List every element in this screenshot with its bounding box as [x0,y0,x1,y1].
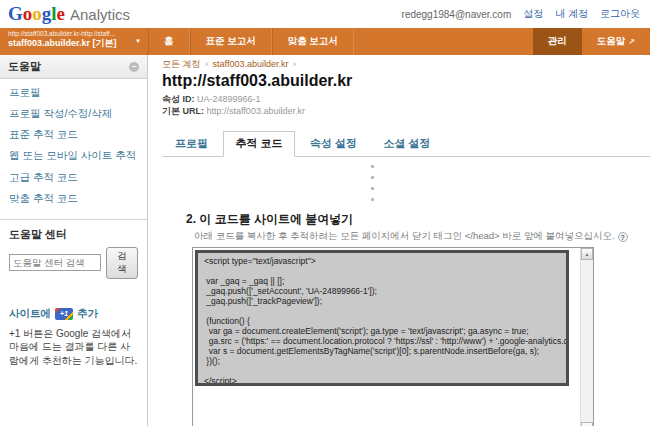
content-ellipsis [371,165,650,211]
google-analytics-page: Google Analytics redegg1984@naver.com 설정… [0,0,650,426]
my-account-link[interactable]: 내 계정 [555,7,588,21]
help-icon[interactable]: ? [618,232,628,242]
logo-letter: o [23,3,33,24]
breadcrumb-separator: › [205,59,208,69]
ellipsis-dot [371,176,374,179]
breadcrumb-account[interactable]: staff003.abuilder.kr [213,59,289,69]
settings-link[interactable]: 설정 [523,7,543,21]
tab-social-settings[interactable]: 소셜 설정 [372,132,441,156]
logo-letter: o [32,3,42,24]
default-url-line: 기본 URL: http://staff003.abuilder.kr [162,106,650,118]
code-line: _gaq.push(['_trackPageview']); [204,296,566,306]
code-line [204,266,566,276]
help-links-list: 프로필 프로필 작성/수정/삭제 표준 추적 코드 웹 또는 모바일 사이트 추… [0,79,147,217]
top-header: Google Analytics redegg1984@naver.com 설정… [0,0,650,28]
nav-tab-custom-reports[interactable]: 맞춤 보고서 [272,28,354,55]
sidebar-item-web-mobile-tracking[interactable]: 웹 또는 모바일 사이트 추적 [9,149,138,162]
ellipsis-dot [371,165,374,168]
content-row: 도움말 − 프로필 프로필 작성/수정/삭제 표준 추적 코드 웹 또는 모바일… [0,55,650,426]
code-line: var _gaq = _gaq || []; [204,276,566,286]
nav-tab-admin[interactable]: 관리 [533,28,582,55]
tracking-code-highlight-box: <script type="text/javascript"> var _gaq… [195,250,569,386]
main-navbar: http://staff003.abuilder.kr-http://staff… [0,28,650,55]
code-line: })(); [204,356,566,366]
account-selector-path: http://staff003.abuilder.kr-http://staff… [8,30,132,37]
help-panel-header: 도움말 − [0,55,147,79]
tracking-code-textarea[interactable]: <script type="text/javascript"> var _gaq… [192,247,594,426]
default-url-value: http://staff003.abuilder.kr [207,106,305,116]
google-analytics-logo: Google Analytics [8,3,130,25]
breadcrumb: 모든 계정 › staff003.abuilder.kr › [162,58,650,71]
code-line: ga.src = ('https:' == document.location.… [204,336,566,346]
chevron-down-icon: ▼ [135,38,141,44]
property-id-line: 속성 ID: UA-24899966-1 [162,94,650,106]
sidebar-item-profile-edit[interactable]: 프로필 작성/수정/삭제 [9,107,138,120]
nav-tab-standard-reports[interactable]: 표준 보고서 [190,28,272,55]
plusone-title: 사이트에 +1 추가 [9,307,138,321]
default-url-label: 기본 URL: [162,106,204,116]
collapse-icon[interactable]: − [129,62,139,72]
code-line: var ga = document.createElement('script'… [204,326,566,336]
tab-tracking-code[interactable]: 추적 코드 [223,131,294,157]
account-selector-dropdown[interactable]: http://staff003.abuilder.kr-http://staff… [0,28,148,55]
tab-profiles[interactable]: 프로필 [164,132,219,156]
help-panel-title: 도움말 [8,59,41,74]
nav-tab-home[interactable]: 홈 [148,28,190,55]
sidebar-item-profile[interactable]: 프로필 [9,86,138,99]
sidebar-item-standard-tracking-code[interactable]: 표준 추적 코드 [9,128,138,141]
analytics-wordmark: Analytics [70,6,130,23]
help-center-title: 도움말 센터 [0,220,147,247]
external-link-icon: ↗ [628,37,635,46]
main-content: 모든 계정 › staff003.abuilder.kr › http://st… [148,55,650,426]
nav-help-link[interactable]: 도움말 ↗ [582,28,650,55]
vertical-scrollbar[interactable]: ▲ ▼ [580,248,593,426]
code-line: (function() { [204,316,566,326]
plusone-badge-icon: +1 [55,308,73,320]
search-button[interactable]: 검색 [106,247,138,279]
breadcrumb-separator: › [293,59,296,69]
paste-code-description-text: 아래 코드를 복사한 후 추적하려는 모든 페이지에서 닫기 태그인 </hea… [194,230,615,243]
ellipsis-dot [371,187,374,190]
sidebar-item-custom-tracking-code[interactable]: 맞춤 추적 코드 [9,192,138,205]
logo-letter: g [42,3,52,24]
header-account-area: redegg1984@naver.com 설정 내 계정 로그아웃 [402,7,640,21]
navbar-spacer [354,28,533,55]
paste-code-heading: 2. 이 코드를 사이트에 붙여넣기 [186,211,650,228]
paste-code-description: 아래 코드를 복사한 후 추적하려는 모든 페이지에서 닫기 태그인 </hea… [194,230,650,243]
plusone-section: 사이트에 +1 추가 +1 버튼은 Google 검색에서 마음에 드는 결과를… [0,307,147,368]
property-id-label: 속성 ID: [162,94,195,104]
logo-letter: G [8,3,23,24]
help-center-search-row: 검색 [0,247,147,279]
scroll-down-icon[interactable]: ▼ [581,422,593,426]
page-title: http://staff003.abuilder.kr [162,72,650,90]
account-selector-name: staff003.abuilder.kr [기본] [8,37,132,50]
code-line: </script> [204,376,566,386]
logout-link[interactable]: 로그아웃 [600,7,640,21]
ellipsis-dot [371,198,374,201]
property-id-value: UA-24899966-1 [197,94,261,104]
nav-help-label: 도움말 [597,35,626,48]
code-line: <script type="text/javascript"> [204,256,566,266]
code-line: var s = document.getElementsByTagName('s… [204,346,566,356]
scroll-up-icon[interactable]: ▲ [581,248,593,260]
help-center-search-input[interactable] [9,254,101,271]
code-line [204,366,566,376]
breadcrumb-all-accounts[interactable]: 모든 계정 [162,59,201,69]
account-email: redegg1984@naver.com [402,9,512,20]
sidebar-item-advanced-tracking-code[interactable]: 고급 추적 코드 [9,171,138,184]
logo-letter: e [57,3,65,24]
code-line: _gaq.push(['_setAccount', 'UA-24899966-1… [204,286,566,296]
tab-property-settings[interactable]: 속성 설정 [299,132,368,156]
plusone-title-suffix: 추가 [77,307,98,321]
code-line [204,306,566,316]
help-sidebar: 도움말 − 프로필 프로필 작성/수정/삭제 표준 추적 코드 웹 또는 모바일… [0,55,148,426]
google-logo: Google [8,3,65,25]
plusone-title-prefix: 사이트에 [9,307,51,321]
property-tabs: 프로필 추적 코드 속성 설정 소셜 설정 [162,130,650,157]
plusone-description: +1 버튼은 Google 검색에서 마음에 드는 결과를 다른 사람에게 추천… [9,327,138,368]
